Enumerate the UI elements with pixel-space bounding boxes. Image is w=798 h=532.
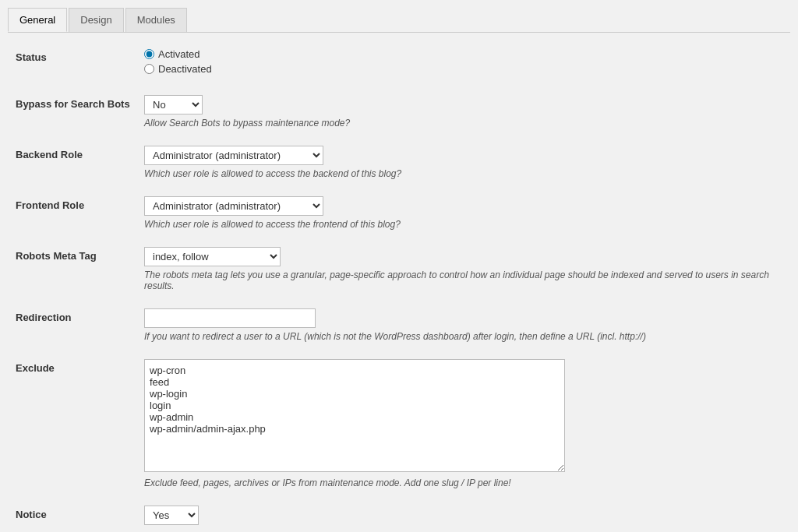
exclude-textarea[interactable]: wp-cron feed wp-login login wp-admin wp-… xyxy=(144,359,565,472)
robots-row: Robots Meta Tag index, follow noindex, n… xyxy=(16,247,782,294)
tab-general[interactable]: General xyxy=(8,8,67,32)
tab-modules[interactable]: Modules xyxy=(125,8,187,32)
status-deactivated-label[interactable]: Deactivated xyxy=(144,63,782,75)
redirection-row: Redirection If you want to redirect a us… xyxy=(16,308,782,345)
content-area: Status Activated Deactivated Bypass for … xyxy=(8,33,790,532)
bypass-description: Allow Search Bots to bypass maintenance … xyxy=(144,118,782,129)
notice-select[interactable]: Yes No xyxy=(144,506,199,525)
bypass-row: Bypass for Search Bots No Yes Allow Sear… xyxy=(16,95,782,132)
status-activated-radio[interactable] xyxy=(144,49,154,59)
tab-design[interactable]: Design xyxy=(69,8,123,32)
backend-role-description: Which user role is allowed to access the… xyxy=(144,168,782,179)
status-deactivated-radio[interactable] xyxy=(144,64,154,74)
robots-select[interactable]: index, follow noindex, nofollow noindex,… xyxy=(144,247,281,266)
notice-row: Notice Yes No xyxy=(16,506,782,528)
status-activated-text: Activated xyxy=(158,48,200,60)
status-deactivated-text: Deactivated xyxy=(158,63,212,75)
robots-label: Robots Meta Tag xyxy=(16,247,144,262)
frontend-role-description: Which user role is allowed to access the… xyxy=(144,219,782,230)
status-label: Status xyxy=(16,48,144,63)
exclude-row: Exclude wp-cron feed wp-login login wp-a… xyxy=(16,359,782,491)
exclude-description: Exclude feed, pages, archives or IPs fro… xyxy=(144,477,782,488)
notice-label: Notice xyxy=(16,506,144,520)
exclude-label: Exclude xyxy=(16,359,144,374)
status-activated-label[interactable]: Activated xyxy=(144,48,782,60)
redirection-field: If you want to redirect a user to a URL … xyxy=(144,308,782,342)
bypass-select[interactable]: No Yes xyxy=(144,95,203,115)
frontend-role-label: Frontend Role xyxy=(16,196,144,211)
backend-role-select[interactable]: Administrator (administrator) Editor Aut… xyxy=(144,146,323,165)
status-radio-group: Activated Deactivated xyxy=(144,48,782,75)
backend-role-label: Backend Role xyxy=(16,146,144,160)
backend-role-row: Backend Role Administrator (administrato… xyxy=(16,146,782,182)
tabs-container: General Design Modules xyxy=(8,8,790,33)
robots-description: The robots meta tag lets you use a granu… xyxy=(144,270,782,291)
frontend-role-field: Administrator (administrator) Editor Aut… xyxy=(144,196,782,230)
status-field: Activated Deactivated xyxy=(144,48,782,78)
notice-field: Yes No xyxy=(144,506,782,525)
backend-role-field: Administrator (administrator) Editor Aut… xyxy=(144,146,782,179)
bypass-label: Bypass for Search Bots xyxy=(16,95,144,110)
frontend-role-row: Frontend Role Administrator (administrat… xyxy=(16,196,782,233)
page-wrap: General Design Modules Status Activated … xyxy=(0,0,798,532)
status-row: Status Activated Deactivated xyxy=(16,48,782,81)
bypass-field: No Yes Allow Search Bots to bypass maint… xyxy=(144,95,782,129)
robots-field: index, follow noindex, nofollow noindex,… xyxy=(144,247,782,291)
exclude-field: wp-cron feed wp-login login wp-admin wp-… xyxy=(144,359,782,488)
redirection-label: Redirection xyxy=(16,308,144,323)
redirection-input[interactable] xyxy=(144,308,316,328)
frontend-role-select[interactable]: Administrator (administrator) Editor Aut… xyxy=(144,196,323,216)
redirection-description: If you want to redirect a user to a URL … xyxy=(144,331,782,342)
